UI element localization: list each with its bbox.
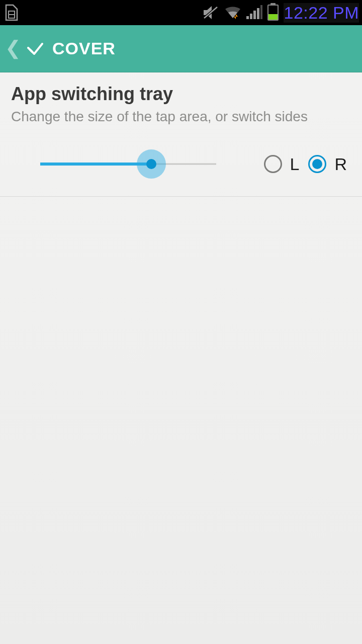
side-radio-left-label: L (290, 154, 300, 174)
status-bar: 12:22 PM (0, 0, 362, 25)
svg-rect-5 (246, 16, 249, 19)
slider-fill (40, 163, 151, 166)
tap-area-size-slider[interactable] (40, 149, 216, 179)
side-radio-group: L R (260, 154, 352, 174)
battery-icon (267, 5, 279, 21)
svg-rect-7 (253, 11, 256, 19)
app-title: COVER (52, 39, 116, 58)
section-title: App switching tray (11, 84, 351, 105)
svg-rect-9 (260, 5, 262, 19)
side-radio-right-label: R (334, 154, 347, 174)
svg-rect-6 (250, 14, 252, 19)
section-subtitle: Change the size of the tap area, or swit… (11, 108, 351, 126)
side-radio-left[interactable] (264, 155, 282, 173)
back-button[interactable]: ❮ (4, 38, 24, 59)
app-bar: ❮ COVER (0, 25, 362, 72)
section-header: App switching tray Change the size of th… (0, 72, 362, 135)
app-logo-icon (26, 38, 46, 60)
side-radio-right[interactable] (308, 155, 326, 173)
sim-card-icon (4, 4, 19, 21)
status-clock: 12:22 PM (284, 3, 359, 23)
controls-row: L R (0, 135, 362, 197)
mute-icon (202, 5, 219, 20)
signal-icon (246, 5, 262, 20)
svg-rect-8 (257, 8, 259, 19)
slider-thumb[interactable] (146, 159, 156, 169)
wifi-icon (224, 5, 241, 20)
